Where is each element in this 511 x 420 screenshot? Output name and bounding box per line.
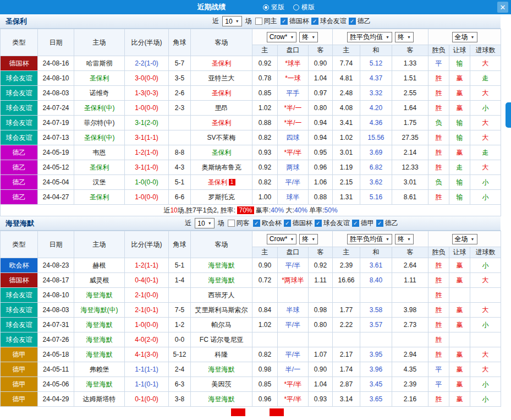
cell-asian-away-odds: 0.94 [309,116,333,130]
cell-home-team: 海登海默 [74,347,125,362]
bookmaker-select[interactable]: Crow*▼ [267,234,297,244]
radio-vertical[interactable]: 竖版 [263,3,284,12]
checkbox-checked-icon: ✓ [376,220,383,227]
final-odds-select[interactable]: 终▼ [299,32,318,42]
cell-asian-home-odds [252,288,278,303]
cell-handicap-result: 赢 [449,258,470,273]
col-result: 胜负 [428,247,449,258]
league-filter-checkbox[interactable]: ✓德甲 [352,219,374,228]
avg-odds-select[interactable]: 胜平负均值▼ [347,234,392,244]
col-handicap: 让球 [449,45,470,56]
final-value: 终 [398,32,404,42]
cell-goals-result: 小 [470,318,501,332]
cell-asian-home-odds: 0.88 [252,116,278,130]
cell-asian-home-odds: 0.96 [252,392,278,407]
cell-goals-result: 走 [470,145,501,160]
cell-euro-home-odds: 1.77 [333,303,360,318]
cell-asian-away-odds: 1.11 [309,273,333,288]
cell-score: 1-3(0-3) [125,86,169,101]
league-filter-checkbox[interactable]: ✓德国杯 [284,219,312,228]
league-filter-checkbox[interactable]: ✓德乙 [349,17,371,26]
cell-corners: 5-1 [169,175,191,190]
cell-handicap-result: 赢 [449,71,470,86]
cell-asian-line: 平/半 [278,318,309,332]
cell-asian-home-odds: 0.72 [252,273,278,288]
cell-euro-home-odds: 3.14 [333,392,360,407]
cell-asian-home-odds: 0.90 [252,258,278,273]
league-filter-checkbox[interactable]: ✓德国杯 [281,17,309,26]
summary-text: 50% [325,206,338,214]
fulltime-select[interactable]: 全场▼ [452,32,477,42]
league-filter-checkbox[interactable]: ✓德乙 [376,219,398,228]
cell-away-team: 圣保利 [191,86,252,101]
cell-asian-away-odds: 0.93 [309,392,333,407]
cell-asian-home-odds [252,332,278,347]
cell-away-team: 西班牙人 [191,288,252,303]
cell-goals-result: 小 [470,175,501,190]
cell-type: 球会友谊 [1,318,38,332]
chevron-down-icon: ▼ [208,221,212,225]
cell-euro-draw-odds: 3.57 [360,318,392,332]
cell-euro-away-odds [392,332,428,347]
cell-asian-away-odds: 0.95 [309,145,333,160]
cell-away-team: 圣保利1 [191,175,252,190]
league-filter-checkbox[interactable]: ✓球会友谊 [315,219,350,228]
cell-result: 平 [428,362,449,377]
col-asian-away: 客 [309,45,333,56]
cell-euro-draw-odds: 3.69 [360,145,392,160]
cell-asian-line: *半/一 [278,101,309,116]
close-button[interactable]: ✕ [497,2,508,13]
cell-handicap-result [449,332,470,347]
cell-result: 胜 [428,392,449,407]
chevron-down-icon: ▼ [311,35,315,39]
win-rate-box [231,408,245,416]
same-venue-label: 同主 [264,17,277,26]
cell-home-team: 弗赖堡 [74,362,125,377]
cell-type: 球会友谊 [1,288,38,303]
league-filter-checkbox[interactable]: ✓欧会杯 [253,219,282,228]
cell-asian-away-odds: 0.90 [309,56,333,71]
cell-asian-home-odds: 0.84 [252,303,278,318]
cell-asian-away-odds: 1.04 [309,377,333,392]
same-venue-checkbox[interactable]: 同客 [228,219,250,228]
cell-score: 4-1(3-0) [125,347,169,362]
radio-horizontal-label: 横版 [301,3,315,12]
recent-count-select[interactable]: 10 ▼ [195,218,214,228]
team-name: 圣保利 [0,17,83,26]
fulltime-select[interactable]: 全场▼ [452,234,477,244]
col-type: 类型 [1,29,38,56]
chevron-down-icon: ▼ [471,237,475,241]
cell-euro-home-odds: 1.02 [333,130,360,145]
cell-euro-away-odds: 2.16 [392,392,428,407]
cell-date: 24-05-04 [38,175,74,190]
final-odds-select[interactable]: 终▼ [395,32,414,42]
avg-odds-select[interactable]: 胜平负均值▼ [347,32,392,42]
cell-corners: 4-3 [169,160,191,175]
match-row: 德乙24-04-27圣保利1-0(0-0)6-6罗斯托克1.00球半0.881.… [1,190,501,205]
final-odds-select[interactable]: 终▼ [299,234,318,244]
cell-type: 德甲 [1,362,38,377]
cell-goals-result: 小 [470,190,501,205]
league-filter-group: ✓德国杯✓球会友谊✓德乙 [281,17,371,26]
cell-euro-draw-odds: 8.40 [360,273,392,288]
same-venue-checkbox[interactable]: 同主 [255,17,277,26]
cell-corners: 5-7 [169,56,191,71]
cell-asian-away-odds: 0.97 [309,86,333,101]
bookmaker-select[interactable]: Crow*▼ [267,32,297,42]
cell-result: 胜 [428,288,449,303]
cell-home-team: 赫根 [74,258,125,273]
cell-handicap-result: 赢 [449,377,470,392]
cell-euro-draw-odds: 3.32 [360,86,392,101]
fulltime-value: 全场 [455,32,468,42]
cell-score: 1-0(0-0) [125,101,169,116]
side-scroll-handle[interactable] [505,102,511,128]
league-filter-checkbox[interactable]: ✓球会友谊 [311,17,347,26]
col-asian-home: 主 [252,45,278,56]
radio-horizontal[interactable]: 横版 [293,3,315,12]
cell-euro-draw-odds: 3.61 [360,258,392,273]
cell-goals-result: 小 [470,377,501,392]
recent-count-select[interactable]: 10 ▼ [222,16,241,26]
cell-corners: 6-6 [169,190,191,205]
final-odds-select[interactable]: 终▼ [395,234,414,244]
col-asian-line: 盘口 [278,45,309,56]
